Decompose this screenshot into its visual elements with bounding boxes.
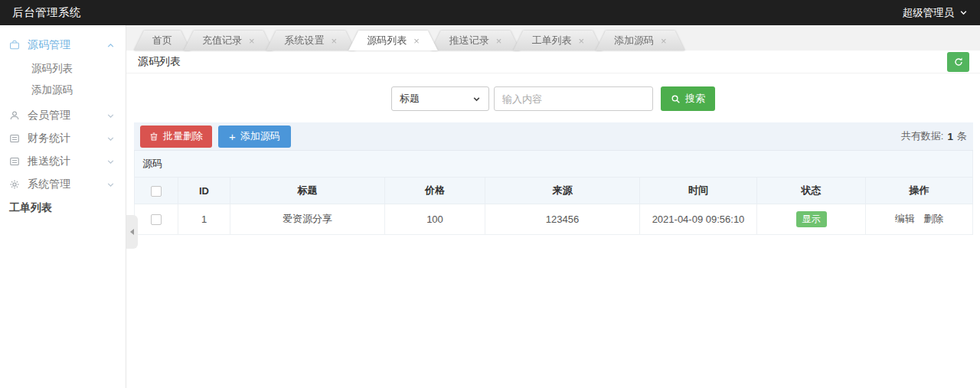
select-all-checkbox[interactable] bbox=[151, 186, 162, 197]
tab-source-list[interactable]: 源码列表× bbox=[348, 31, 438, 51]
status-badge: 显示 bbox=[796, 211, 827, 227]
column-header-time: 时间 bbox=[640, 178, 757, 204]
chevron-down-icon bbox=[106, 181, 115, 189]
total-count: 共有数据: 1 条 bbox=[901, 129, 967, 143]
batch-delete-label: 批量删除 bbox=[163, 129, 203, 143]
chevron-down-icon bbox=[472, 95, 481, 103]
tab-label: 充值记录 bbox=[202, 34, 242, 47]
sidebar-item-push-stats[interactable]: 推送统计 bbox=[0, 150, 126, 173]
cell-title: 爱资源分享 bbox=[230, 204, 385, 235]
source-manage-submenu: 源码列表 添加源码 bbox=[0, 57, 126, 104]
table-section: 批量删除 + 添加源码 共有数据: 1 条 bbox=[134, 122, 973, 235]
selected-option: 标题 bbox=[400, 92, 420, 106]
close-icon[interactable]: × bbox=[578, 36, 584, 46]
table-group-header: 源码 bbox=[135, 151, 973, 178]
search-button-label: 搜索 bbox=[685, 92, 705, 106]
cell-time: 2021-04-09 09:56:10 bbox=[640, 204, 757, 235]
total-number: 1 bbox=[947, 131, 953, 142]
tab-system-settings[interactable]: 系统设置× bbox=[266, 31, 356, 51]
tab-push-records[interactable]: 推送记录× bbox=[431, 31, 521, 51]
tab-label: 首页 bbox=[152, 34, 172, 47]
row-checkbox[interactable] bbox=[151, 214, 162, 225]
chevron-down-icon bbox=[959, 8, 968, 17]
chevron-down-icon bbox=[106, 112, 115, 120]
total-unit: 条 bbox=[957, 129, 967, 143]
cell-id: 1 bbox=[178, 204, 230, 235]
gear-icon bbox=[9, 179, 21, 191]
sidebar-item-member-manage[interactable]: 会员管理 bbox=[0, 104, 126, 127]
delete-link[interactable]: 删除 bbox=[923, 213, 943, 224]
main-area: 首页 充值记录× 系统设置× 源码列表× 推送记录× 工单列表× 添加源码× bbox=[126, 25, 980, 388]
close-icon[interactable]: × bbox=[413, 36, 420, 46]
edit-link[interactable]: 编辑 bbox=[895, 213, 915, 224]
tab-label: 推送记录 bbox=[449, 34, 489, 47]
user-icon bbox=[9, 110, 21, 122]
user-name: 超级管理员 bbox=[903, 6, 955, 20]
sidebar-item-label: 系统管理 bbox=[28, 178, 70, 191]
close-icon[interactable]: × bbox=[332, 36, 338, 46]
chevron-up-icon bbox=[106, 41, 115, 50]
sidebar-item-label: 财务统计 bbox=[28, 132, 70, 145]
topbar: 后台管理系统 超级管理员 bbox=[0, 0, 980, 25]
sidebar: 源码管理 源码列表 添加源码 会员管理 财务统计 bbox=[0, 25, 126, 388]
tab-recharge-records[interactable]: 充值记录× bbox=[184, 31, 273, 51]
column-header-actions: 操作 bbox=[866, 178, 973, 204]
tab-label: 源码列表 bbox=[367, 34, 407, 47]
search-bar: 标题 搜索 bbox=[126, 73, 980, 122]
total-prefix: 共有数据: bbox=[901, 129, 944, 143]
add-source-label: 添加源码 bbox=[240, 129, 280, 143]
tab-label: 添加源码 bbox=[614, 34, 654, 47]
search-input[interactable] bbox=[494, 86, 653, 111]
sidebar-item-system-manage[interactable]: 系统管理 bbox=[0, 173, 126, 196]
sidebar-item-label: 推送统计 bbox=[28, 155, 70, 168]
search-button[interactable]: 搜索 bbox=[661, 86, 715, 111]
close-icon[interactable]: × bbox=[249, 36, 255, 46]
sidebar-item-add-source[interactable]: 添加源码 bbox=[0, 80, 126, 101]
tab-label: 系统设置 bbox=[285, 34, 325, 47]
tab-bar: 首页 充值记录× 系统设置× 源码列表× 推送记录× 工单列表× 添加源码× bbox=[126, 25, 980, 51]
sidebar-item-finance-stats[interactable]: 财务统计 bbox=[0, 127, 126, 150]
user-menu[interactable]: 超级管理员 bbox=[903, 6, 969, 20]
page-title: 源码列表 bbox=[138, 55, 181, 69]
tab-home[interactable]: 首页 bbox=[134, 31, 191, 51]
chevron-down-icon bbox=[106, 158, 115, 166]
trash-icon bbox=[149, 132, 158, 142]
content-panel: 源码列表 标题 bbox=[126, 51, 980, 388]
column-header-id: ID bbox=[178, 178, 230, 204]
tab-add-source[interactable]: 添加源码× bbox=[596, 31, 685, 51]
sidebar-item-ticket-list[interactable]: 工单列表 bbox=[0, 197, 126, 220]
app-title: 后台管理系统 bbox=[12, 5, 81, 20]
batch-delete-button[interactable]: 批量删除 bbox=[140, 126, 212, 148]
source-table: 源码 ID 标题 价格 来源 时间 状态 操作 bbox=[134, 151, 973, 235]
cell-price: 100 bbox=[385, 204, 485, 235]
search-icon bbox=[671, 94, 681, 104]
panel-header: 源码列表 bbox=[126, 51, 980, 73]
column-header-status: 状态 bbox=[757, 178, 866, 204]
sidebar-item-source-list[interactable]: 源码列表 bbox=[0, 58, 126, 80]
sidebar-item-label: 源码管理 bbox=[28, 38, 70, 52]
close-icon[interactable]: × bbox=[496, 36, 502, 46]
briefcase-icon bbox=[9, 40, 21, 51]
table-toolbar: 批量删除 + 添加源码 共有数据: 1 条 bbox=[134, 122, 973, 151]
column-header-source: 来源 bbox=[485, 178, 640, 204]
cell-source: 123456 bbox=[485, 204, 640, 235]
search-field-select[interactable]: 标题 bbox=[391, 86, 489, 111]
column-header-price: 价格 bbox=[385, 178, 485, 204]
plus-icon: + bbox=[229, 131, 236, 142]
sidebar-item-source-manage[interactable]: 源码管理 bbox=[0, 34, 126, 57]
table-row: 1 爱资源分享 100 123456 2021-04-09 09:56:10 显… bbox=[135, 204, 973, 235]
tab-label: 工单列表 bbox=[531, 34, 571, 47]
close-icon[interactable]: × bbox=[661, 36, 667, 46]
triangle-left-icon bbox=[130, 229, 134, 235]
report-icon bbox=[9, 133, 21, 145]
refresh-icon bbox=[953, 57, 964, 67]
refresh-button[interactable] bbox=[947, 52, 969, 72]
column-header-title: 标题 bbox=[230, 178, 385, 204]
sidebar-collapse-handle[interactable] bbox=[126, 215, 138, 249]
tab-ticket-list[interactable]: 工单列表× bbox=[513, 31, 603, 51]
chevron-down-icon bbox=[106, 135, 115, 143]
sidebar-item-label: 会员管理 bbox=[28, 109, 70, 122]
report-icon bbox=[9, 156, 21, 168]
add-source-button[interactable]: + 添加源码 bbox=[218, 126, 291, 148]
